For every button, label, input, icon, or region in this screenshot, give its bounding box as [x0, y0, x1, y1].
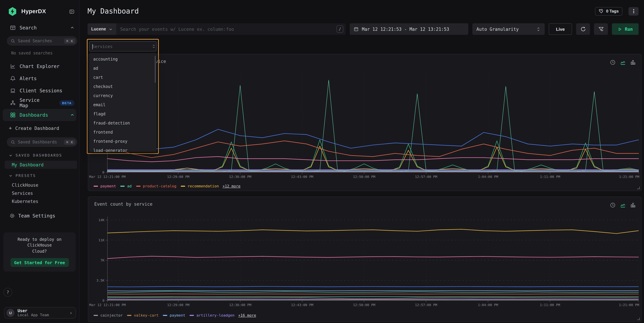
dashboards-grid-icon: [10, 112, 16, 118]
legend-dash-icon: [190, 315, 194, 316]
cmd-k-kbd: ⌘ K: [64, 38, 75, 44]
sidebar-item-my-dashboard[interactable]: My Dashboard: [5, 161, 77, 169]
sidebar-item-label: Dashboards: [20, 112, 48, 118]
service-option-frontend-proxy[interactable]: frontend-proxy: [89, 137, 156, 146]
services-filter-input-wrap: [89, 41, 156, 51]
legend-more-link[interactable]: +12 more: [222, 184, 240, 188]
sidebar-item-chart-explorer[interactable]: Chart Explorer: [0, 60, 79, 72]
event-search-input[interactable]: [116, 23, 336, 35]
live-button[interactable]: Live: [549, 23, 572, 35]
latency-chart-plot[interactable]: 0Mar 12 12:21:00 PM12:29:00 PM12:36:00 P…: [88, 54, 641, 191]
query-language-select[interactable]: Lucene: [88, 23, 116, 35]
sidebar-item-clickhouse[interactable]: ClickHouse: [0, 181, 79, 189]
filter-button[interactable]: [594, 23, 608, 35]
svg-text:12:43:00 PM: 12:43:00 PM: [291, 175, 314, 179]
text-caret: [92, 44, 92, 49]
svg-text:12:29:00 PM: 12:29:00 PM: [167, 175, 190, 179]
sidebar-collapse-icon[interactable]: [69, 9, 74, 14]
legend-item-recommendation[interactable]: recommendation: [181, 184, 219, 188]
legend-item-ad[interactable]: ad: [120, 184, 132, 188]
section-saved-dashboards[interactable]: SAVED DASHBOARDS: [9, 153, 79, 158]
legend-item-product-catalog[interactable]: product-catalog: [136, 184, 176, 188]
event-count-chart-plot[interactable]: 14K11K7K3.5K0Mar 12 12:21:00 PM12:29:00 …: [88, 197, 641, 322]
sidebar-item-label: Alerts: [20, 76, 37, 81]
section-presets[interactable]: PRESETS: [9, 173, 79, 178]
sidebar-item-services[interactable]: Services: [0, 189, 79, 197]
team-settings-label: Team Settings: [18, 213, 55, 218]
service-option-cart[interactable]: cart: [89, 73, 156, 82]
legend-label: payment: [170, 313, 185, 317]
help-button[interactable]: ?: [4, 288, 12, 297]
legend-dash-icon: [127, 315, 132, 316]
user-menu[interactable]: U User Local App Team ›: [4, 307, 76, 318]
svg-text:14K: 14K: [98, 218, 104, 222]
sidebar-item-dashboards[interactable]: Dashboards: [3, 109, 76, 121]
promo-text-line2: Cloud?: [6, 249, 73, 254]
service-option-load-generator[interactable]: load-generator: [89, 146, 156, 152]
panel-resize-handle[interactable]: [637, 317, 640, 320]
sidebar-item-client-sessions[interactable]: Client Sessions: [0, 85, 79, 97]
refresh-button[interactable]: [576, 23, 590, 35]
legend-dash-icon: [136, 186, 140, 187]
service-option-accounting[interactable]: accounting: [89, 55, 156, 64]
granularity-value: Auto Granularity: [476, 27, 519, 32]
svg-text:1:11:00 PM: 1:11:00 PM: [540, 303, 560, 307]
sidebar-item-service-map[interactable]: Service Map BETA: [0, 97, 79, 109]
svg-text:7K: 7K: [100, 258, 104, 262]
sidebar-item-kubernetes[interactable]: Kubernetes: [0, 197, 79, 205]
legend-label: valkey-cart: [134, 313, 158, 317]
saved-dashboards-placeholder: Saved Dashboards: [18, 140, 64, 144]
date-range-picker[interactable]: Mar 12 12:21:53 - Mar 12 13:21:53: [350, 23, 468, 35]
chevron-up-icon[interactable]: [70, 26, 74, 30]
section-label: PRESETS: [16, 173, 36, 178]
legend-item-valkey-cart[interactable]: valkey-cart: [127, 313, 158, 317]
chart-explorer-icon: [10, 64, 16, 69]
chevron-right-icon: ›: [70, 310, 72, 315]
chart-panel-event-count: Event count by service 14K11K7K3.5K0Mar …: [88, 196, 642, 322]
services-filter-input[interactable]: [90, 44, 152, 49]
date-range-value: Mar 12 12:21:53 - Mar 12 13:21:53: [362, 27, 449, 32]
legend-item-cainjector[interactable]: cainjector: [94, 313, 123, 317]
service-option-flagd[interactable]: flagd: [89, 109, 156, 118]
legend-label: ad: [127, 184, 132, 188]
saved-searches-placeholder: Saved Searches: [18, 39, 64, 43]
promo-text-line1: Ready to deploy on ClickHouse: [6, 237, 73, 249]
svg-text:12:50:00 PM: 12:50:00 PM: [353, 175, 375, 179]
legend-dash-icon: [94, 186, 98, 187]
chevron-up-icon[interactable]: [70, 113, 74, 117]
legend-more-link[interactable]: +16 more: [238, 313, 256, 317]
svg-text:1:04:00 PM: 1:04:00 PM: [478, 303, 498, 307]
sidebar-item-search[interactable]: Search: [10, 25, 74, 31]
service-option-checkout[interactable]: checkout: [89, 82, 156, 91]
legend-label: cainjector: [100, 313, 123, 317]
svg-text:12:57:00 PM: 12:57:00 PM: [415, 303, 437, 307]
saved-dashboards-input[interactable]: Saved Dashboards ⌘ K: [7, 137, 77, 147]
saved-searches-input[interactable]: Saved Searches ⌘ K: [7, 36, 77, 46]
service-option-ad[interactable]: ad: [89, 64, 156, 73]
legend-label: payment: [100, 184, 116, 188]
bell-icon: [10, 76, 16, 81]
hyperdx-logo-icon: [8, 7, 17, 16]
get-started-button[interactable]: Get Started for Free: [10, 258, 69, 267]
service-option-currency[interactable]: currency: [89, 91, 156, 100]
run-button[interactable]: Run: [612, 23, 638, 35]
sidebar-item-alerts[interactable]: Alerts: [0, 72, 79, 85]
clickhouse-cloud-promo: Ready to deploy on ClickHouse Cloud? Get…: [4, 232, 76, 272]
svg-text:1:21:00 PM: 1:21:00 PM: [619, 175, 639, 179]
dashboard-menu-button[interactable]: [628, 7, 638, 16]
legend-dash-icon: [181, 186, 185, 187]
svg-text:12:36:00 PM: 12:36:00 PM: [229, 175, 252, 179]
service-option-fraud-detection[interactable]: fraud-detection: [89, 118, 156, 128]
scrollbar-thumb[interactable]: [155, 56, 156, 83]
create-dashboard-button[interactable]: + Create Dashboard: [9, 124, 79, 133]
legend-item-payment[interactable]: payment: [94, 184, 116, 188]
panel-resize-handle[interactable]: [637, 187, 640, 189]
tags-button[interactable]: 0 Tags: [595, 7, 622, 16]
service-option-frontend[interactable]: frontend: [89, 128, 156, 137]
granularity-select[interactable]: Auto Granularity: [472, 23, 545, 35]
service-option-email[interactable]: email: [89, 100, 156, 109]
gear-icon: [10, 213, 15, 218]
legend-item-artillery-loadgen[interactable]: artillery-loadgen: [190, 313, 234, 317]
sidebar-item-team-settings[interactable]: Team Settings: [10, 210, 79, 221]
legend-item-payment[interactable]: payment: [163, 313, 185, 317]
